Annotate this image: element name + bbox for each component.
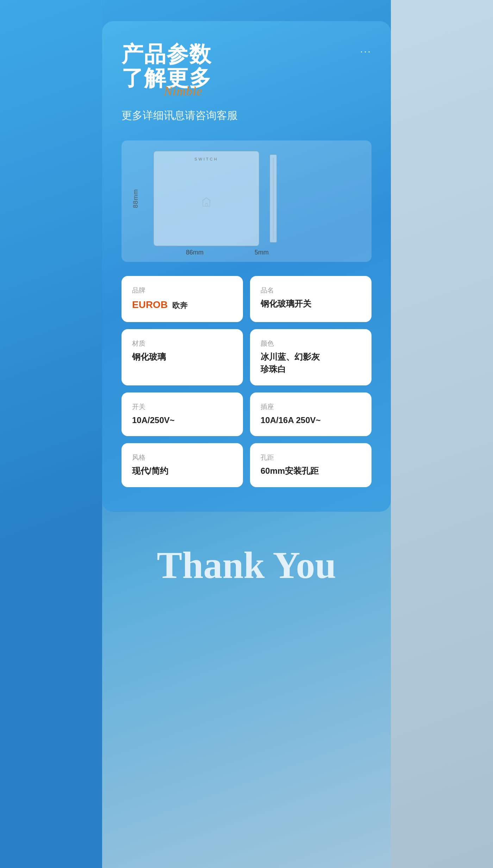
title-script: Nimble	[164, 84, 212, 99]
spec-product-name-value: 钢化玻璃开关	[261, 298, 361, 310]
switch-front-view: SWITCH	[154, 151, 259, 246]
spec-style: 风格 现代/简约	[121, 443, 243, 487]
spec-switch-value: 10A/250V~	[132, 414, 232, 427]
subtitle: 更多详细讯息请咨询客服	[121, 108, 372, 123]
spec-hole-spacing-label: 孔距	[261, 453, 361, 462]
dim-row: 88mm SWITCH	[132, 151, 361, 246]
thank-you-section: Thank You	[157, 512, 336, 612]
spec-material: 材质 钢化玻璃	[121, 329, 243, 385]
spec-brand-value: EUROB 欧奔	[132, 298, 232, 312]
spec-brand-label: 品牌	[132, 286, 232, 295]
width-dimension: 86mm	[142, 249, 248, 256]
spec-style-value: 现代/简约	[132, 465, 232, 477]
switch-symbol-icon	[200, 196, 213, 208]
spec-grid: 品牌 EUROB 欧奔 品名 钢化玻璃开关 材质 钢化玻璃	[121, 276, 372, 487]
eurob-logo-text: EUROB	[132, 299, 168, 310]
spec-color: 颜色 冰川蓝、幻影灰珍珠白	[250, 329, 372, 385]
switch-front-label: SWITCH	[194, 157, 218, 161]
spec-socket: 插座 10A/16A 250V~	[250, 392, 372, 436]
card-header: 产品参数 了解更多 Nimble ···	[121, 42, 372, 99]
switch-side-view-wrap	[270, 155, 277, 243]
spec-switch-label: 开关	[132, 402, 232, 411]
spec-product-name-label: 品名	[261, 286, 361, 295]
center-content: 产品参数 了解更多 Nimble ··· 更多详细讯息请咨询客服 88mm	[0, 0, 493, 612]
height-dimension: 88mm	[132, 189, 139, 208]
eurob-cn-text: 欧奔	[172, 301, 188, 310]
spec-socket-label: 插座	[261, 402, 361, 411]
page-wrapper: 产品参数 了解更多 Nimble ··· 更多详细讯息请咨询客服 88mm	[0, 0, 493, 868]
main-card: 产品参数 了解更多 Nimble ··· 更多详细讯息请咨询客服 88mm	[102, 21, 391, 512]
spec-brand: 品牌 EUROB 欧奔	[121, 276, 243, 322]
spec-product-name: 品名 钢化玻璃开关	[250, 276, 372, 322]
thank-you-text: Thank You	[157, 544, 336, 586]
more-icon[interactable]: ···	[360, 46, 372, 57]
spec-material-label: 材质	[132, 339, 232, 348]
depth-dimension: 5mm	[248, 249, 276, 256]
spec-material-value: 钢化玻璃	[132, 351, 232, 363]
switch-side-view	[270, 155, 277, 243]
title-line1: 产品参数	[121, 42, 212, 66]
title-block: 产品参数 了解更多 Nimble	[121, 42, 212, 99]
spec-hole-spacing-value: 60mm安装孔距	[261, 465, 361, 477]
spec-style-label: 风格	[132, 453, 232, 462]
spec-color-value: 冰川蓝、幻影灰珍珠白	[261, 351, 361, 376]
spec-color-label: 颜色	[261, 339, 361, 348]
dimension-labels: 86mm 5mm	[132, 249, 361, 256]
dimension-diagram: 88mm SWITCH	[121, 140, 372, 262]
spec-switch: 开关 10A/250V~	[121, 392, 243, 436]
spec-hole-spacing: 孔距 60mm安装孔距	[250, 443, 372, 487]
height-label-wrap: 88mm	[132, 189, 143, 208]
spec-socket-value: 10A/16A 250V~	[261, 414, 361, 427]
